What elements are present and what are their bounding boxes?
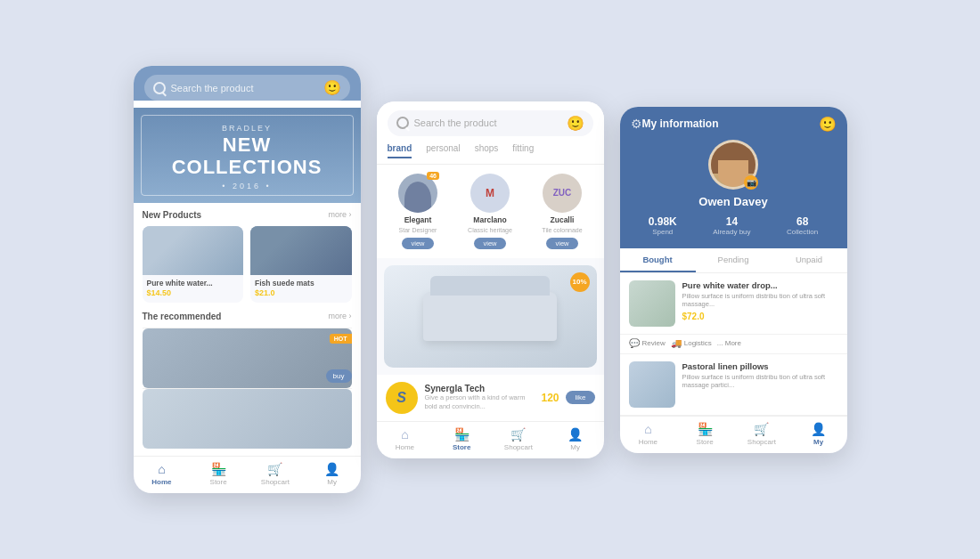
tab-brand[interactable]: brand — [388, 143, 412, 158]
hero-subtitle: BRADLEY — [143, 124, 352, 133]
stat-spend-label: Spend — [649, 228, 677, 236]
company-info: Synergla Tech Give a person with a kind … — [425, 384, 535, 411]
my-icon: 👤 — [324, 462, 339, 476]
phone-home: Search the product 🙂 BRADLEY NEWCOLLECTI… — [134, 66, 361, 492]
order-content-pure-white: Pure white water drop... Pillow surface … — [682, 280, 838, 327]
phone3-header-top: ⚙ My information 🙂 — [631, 116, 837, 133]
new-products-row: Pure white water... $14.50 Fish suede ma… — [143, 226, 352, 303]
search-icon — [153, 82, 166, 94]
p2-nav-store-label: Store — [453, 443, 470, 451]
p3-nav-my[interactable]: 👤 My — [790, 422, 847, 446]
brand-zucalli-name: Zucalli — [551, 215, 575, 224]
phone1-search-bar[interactable]: Search the product 🙂 — [144, 75, 350, 101]
home-icon: ⌂ — [158, 462, 165, 476]
p2-nav-home-label: Home — [396, 443, 414, 451]
brand-marclano[interactable]: M Marclano Classic heritage view — [456, 174, 525, 249]
order-name-pastoral: Pastoral linen pillows — [682, 361, 838, 371]
store-icon: 🏪 — [211, 462, 226, 476]
featured-product[interactable]: 10% — [384, 265, 597, 368]
phone2-search-bar[interactable]: Search the product 🙂 — [388, 110, 593, 136]
logistics-label: Logistics — [684, 339, 712, 347]
nav-shopcart[interactable]: 🛒 Shopcart — [247, 462, 304, 486]
company-logo-letter: S — [396, 390, 406, 406]
product-price-pure-white: $14.50 — [143, 288, 244, 297]
p3-nav-shopcart-label: Shopcart — [747, 438, 776, 446]
p3-home-icon: ⌂ — [644, 422, 651, 436]
couch-back — [430, 276, 550, 296]
stat-spend: 0.98K Spend — [649, 215, 677, 236]
p2-home-icon: ⌂ — [401, 427, 408, 442]
p2-nav-my[interactable]: 👤 My — [547, 427, 604, 451]
phone1-bottom-nav: ⌂ Home 🏪 Store 🛒 Shopcart 👤 My — [134, 456, 361, 493]
phone3-tabs: Bought Pending Unpaid — [620, 248, 847, 273]
p2-nav-store[interactable]: 🏪 Store — [433, 427, 490, 451]
stats-row: 0.98K Spend 14 Already buy 68 Collection — [631, 215, 837, 236]
profile-avatar-wrap: 📷 — [708, 140, 758, 190]
product-price-fish-suede: $21.0 — [250, 288, 352, 297]
order-img-pure-white — [629, 280, 675, 327]
phone3-bottom-nav: ⌂ Home 🏪 Store 🛒 Shopcart 👤 My — [620, 416, 847, 453]
company-row: S Synergla Tech Give a person with a kin… — [377, 375, 604, 421]
p3-nav-store[interactable]: 🏪 Store — [676, 422, 733, 446]
tab-unpaid[interactable]: Unpaid — [772, 248, 847, 272]
shopcart-icon: 🛒 — [267, 462, 282, 476]
nav-my-label: My — [327, 478, 337, 486]
tab-bought[interactable]: Bought — [620, 248, 696, 272]
gear-icon[interactable]: ⚙ — [631, 117, 642, 131]
search-icon-2 — [396, 117, 409, 129]
order-desc-pastoral: Pillow surface is uniform distribu tion … — [682, 373, 838, 391]
like-button[interactable]: like — [566, 391, 594, 404]
tab-pending[interactable]: Pending — [696, 248, 772, 272]
new-products-label: New Products — [143, 210, 202, 220]
logistics-action[interactable]: 🚚 Logistics — [671, 338, 712, 348]
nav-shopcart-label: Shopcart — [261, 478, 290, 486]
brand-zucalli[interactable]: ZUC Zucalli Tile colonnade view — [528, 174, 597, 249]
brand-elegant[interactable]: 46 Elegant Star Designer view — [384, 174, 453, 249]
brand-zucalli-sub: Tile colonnade — [542, 227, 582, 233]
tab-fitting[interactable]: fitting — [512, 143, 534, 158]
review-action[interactable]: 💬 Review — [629, 338, 666, 348]
brand-elegant-avatar-wrap: 46 — [398, 174, 437, 213]
phone-store: Search the product 🙂 brand personal shop… — [377, 101, 604, 458]
nav-my[interactable]: 👤 My — [304, 462, 361, 486]
product-card-fish-suede[interactable]: Fish suede mats $21.0 — [250, 226, 352, 303]
product-img-pure-white — [143, 226, 244, 275]
recommended-more[interactable]: more — [328, 312, 351, 320]
brand-elegant-sub: Star Designer — [399, 227, 437, 233]
brand-elegant-view[interactable]: view — [402, 238, 433, 249]
order-item-pastoral[interactable]: Pastoral linen pillows Pillow surface is… — [620, 354, 847, 416]
rec-item-stool[interactable]: Simple linen stool Pillow surface is uni… — [143, 388, 352, 449]
p3-nav-shopcart[interactable]: 🛒 Shopcart — [733, 422, 790, 446]
rec-item-cotton[interactable]: Cotton printed quilt All cotton leno fab… — [143, 328, 352, 388]
stat-bought-label: Already buy — [713, 228, 750, 236]
tab-shops[interactable]: shops — [475, 143, 499, 158]
brand-zucalli-view[interactable]: view — [546, 238, 577, 249]
brand-marclano-sub: Classic heritage — [468, 227, 512, 233]
order-content-pastoral: Pastoral linen pillows Pillow surface is… — [682, 361, 838, 408]
stat-collection-value: 68 — [787, 215, 818, 228]
search-placeholder: Search the product — [171, 83, 254, 93]
phone3-header: ⚙ My information 🙂 📷 Owen Davey 0.98K Sp… — [620, 107, 847, 248]
brand-marclano-view[interactable]: view — [474, 238, 505, 249]
recommended-header: The recommended more — [143, 312, 352, 321]
review-label: Review — [642, 339, 666, 347]
like-count: 120 — [541, 392, 559, 404]
p3-nav-home[interactable]: ⌂ Home — [620, 422, 677, 446]
couch-shape — [423, 292, 557, 341]
nav-store[interactable]: 🏪 Store — [190, 462, 247, 486]
tab-personal[interactable]: personal — [426, 143, 460, 158]
p2-store-icon: 🏪 — [454, 427, 470, 442]
camera-badge[interactable]: 📷 — [744, 175, 758, 190]
brand-marclano-name: Marclano — [473, 215, 506, 224]
brand-elegant-name: Elegant — [404, 215, 432, 224]
order-item-pure-white[interactable]: Pure white water drop... Pillow surface … — [620, 273, 847, 335]
rec-img-stool — [143, 394, 196, 443]
emoji-icon-3: 🙂 — [819, 116, 837, 133]
new-products-more[interactable]: more — [328, 210, 351, 219]
p2-nav-shopcart[interactable]: 🛒 Shopcart — [490, 427, 547, 451]
product-card-pure-white[interactable]: Pure white water... $14.50 — [143, 226, 244, 303]
p2-nav-home[interactable]: ⌂ Home — [377, 427, 434, 451]
more-action[interactable]: ... More — [717, 338, 741, 348]
nav-home[interactable]: ⌂ Home — [134, 462, 191, 486]
buy-button[interactable]: buy — [326, 369, 352, 383]
